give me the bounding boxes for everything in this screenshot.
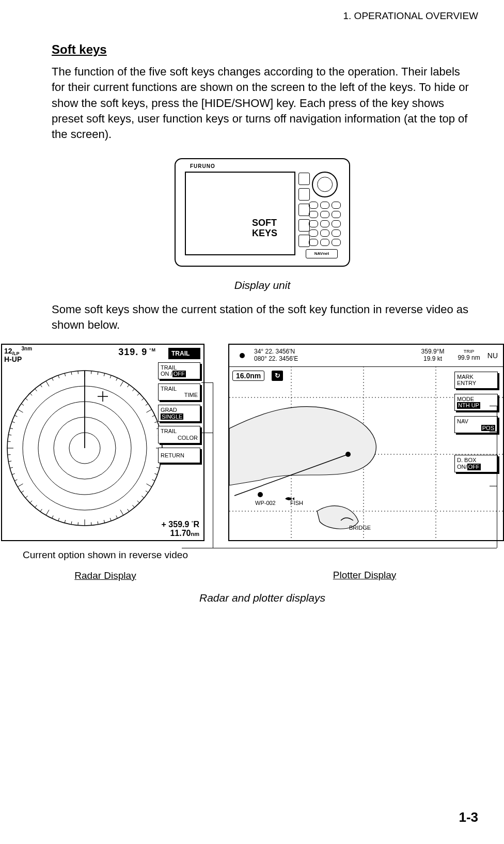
radar-panel-wrap: 12/LP 3nm H-UP 319. 9 °M <box>1 344 210 581</box>
softkey-button[interactable] <box>298 235 310 247</box>
svg-line-50 <box>35 505 37 508</box>
keypad-button[interactable] <box>320 220 329 227</box>
north-up-indicator: NU <box>487 351 498 360</box>
svg-line-19 <box>152 415 155 417</box>
plotter-softkey-column: MARKENTRY MODENTH UP NAVPOS D. BOXON/OFF <box>454 372 498 472</box>
svg-line-49 <box>40 509 42 511</box>
paragraph-2: Some soft keys show the current station … <box>52 302 473 333</box>
svg-line-45 <box>65 520 66 523</box>
softkeys-callout-line1: SOFT <box>252 218 277 228</box>
svg-line-35 <box>128 509 129 511</box>
plotter-panel-wrap: 34° 22. 3456'N080° 22. 3456'E 359.9°M19.… <box>225 344 504 581</box>
svg-line-7 <box>91 371 92 374</box>
keypad-button[interactable] <box>332 202 341 209</box>
svg-line-27 <box>156 467 160 468</box>
svg-line-44 <box>71 521 72 524</box>
ownship-icon <box>240 353 245 358</box>
svg-line-34 <box>133 505 135 508</box>
position-readout: 34° 22. 3456'N080° 22. 3456'E <box>254 348 298 362</box>
softkey-button[interactable] <box>298 188 310 201</box>
svg-line-18 <box>147 409 152 412</box>
leader-line <box>201 433 213 433</box>
svg-line-33 <box>137 500 139 502</box>
keypad-button[interactable] <box>332 239 341 246</box>
displays-row: 12/LP 3nm H-UP 319. 9 °M <box>1 344 504 581</box>
wp-label: WP-002 <box>255 500 276 506</box>
leader-line <box>182 548 213 548</box>
svg-line-15 <box>137 393 139 395</box>
softkey-button[interactable] <box>298 219 310 232</box>
keypad-button[interactable] <box>309 202 318 209</box>
keypad-button[interactable] <box>309 220 318 227</box>
softkey-grad[interactable]: GRAD SINGLE <box>158 405 200 422</box>
leader-line <box>213 382 213 548</box>
reverse-video-note: Current option shown in reverse video <box>1 549 210 561</box>
leader-line <box>490 406 497 406</box>
svg-line-56 <box>12 473 15 474</box>
svg-line-72 <box>46 381 49 386</box>
svg-line-31 <box>146 490 148 492</box>
svg-line-58 <box>8 461 11 462</box>
svg-line-12 <box>120 381 123 386</box>
svg-line-53 <box>21 490 24 492</box>
softkey-button[interactable] <box>298 173 310 185</box>
svg-line-47 <box>52 515 54 518</box>
keypad-button[interactable] <box>332 211 341 218</box>
svg-line-43 <box>78 522 78 525</box>
navnet-logo: NAVnet <box>306 249 338 258</box>
keypad-button[interactable] <box>320 239 329 246</box>
svg-line-64 <box>12 421 15 422</box>
fish-label: FISH <box>290 500 303 506</box>
keypad-button[interactable] <box>320 211 329 218</box>
svg-line-30 <box>147 484 152 487</box>
svg-point-87 <box>258 492 263 497</box>
keypad-button[interactable] <box>320 229 329 237</box>
softkey-return[interactable]: RETURN <box>158 448 200 464</box>
display-unit-figure: FURUNO SOFT KEYS <box>169 153 355 272</box>
leader-line <box>490 486 497 486</box>
svg-line-13 <box>128 385 129 387</box>
bridge-label: BRIDGE <box>349 525 371 531</box>
svg-line-10 <box>110 375 111 378</box>
keypad-button[interactable] <box>332 229 341 237</box>
radar-softkey-column: TRAIL ON /OFF TRAIL TIME GRAD SINGLE TRA… <box>158 362 200 464</box>
svg-line-66 <box>18 409 23 412</box>
svg-line-51 <box>30 500 32 502</box>
softkey-nav[interactable]: NAVPOS <box>454 416 498 433</box>
svg-point-86 <box>345 452 351 457</box>
keypad-button[interactable] <box>332 220 341 227</box>
softkey-mark-entry[interactable]: MARKENTRY <box>454 372 498 389</box>
svg-line-68 <box>25 398 28 400</box>
rotary-knob[interactable] <box>312 172 338 197</box>
svg-line-55 <box>14 479 17 481</box>
svg-line-65 <box>14 415 17 417</box>
svg-line-48 <box>46 510 49 515</box>
keypad-button[interactable] <box>309 211 318 218</box>
trip-readout: TRIP99.9 nm <box>458 349 480 361</box>
plotter-display: 34° 22. 3456'N080° 22. 3456'E 359.9°M19.… <box>228 344 504 541</box>
svg-line-54 <box>18 484 23 487</box>
svg-line-38 <box>110 518 111 521</box>
running-header: 1. OPERATIONAL OVERVIEW <box>52 10 478 22</box>
paragraph-1: The function of the five soft keys chang… <box>52 64 473 143</box>
softkey-trail-on-off[interactable]: TRAIL ON /OFF <box>158 362 200 379</box>
keypad-button[interactable] <box>309 229 318 237</box>
svg-line-59 <box>8 454 11 455</box>
svg-line-69 <box>30 393 32 395</box>
svg-line-61 <box>8 441 11 441</box>
heading-speed-readout: 359.9°M19.9 kt <box>421 348 445 362</box>
leader-line <box>213 548 497 548</box>
softkey-button[interactable] <box>298 204 310 216</box>
softkey-trail-color[interactable]: TRAIL COLOR <box>158 426 200 443</box>
radar-display: 12/LP 3nm H-UP 319. 9 °M <box>1 344 204 541</box>
softkey-trail-time[interactable]: TRAIL TIME <box>158 383 200 401</box>
radar-display-label: Radar Display <box>1 570 210 581</box>
keypad-button[interactable] <box>309 239 318 246</box>
keypad <box>309 202 341 246</box>
svg-line-14 <box>133 389 135 391</box>
svg-line-8 <box>98 372 98 375</box>
softkey-dbox[interactable]: D. BOXON/OFF <box>454 455 498 472</box>
leader-line <box>201 382 213 383</box>
softkey-mode[interactable]: MODENTH UP <box>454 394 498 411</box>
keypad-button[interactable] <box>320 202 329 209</box>
